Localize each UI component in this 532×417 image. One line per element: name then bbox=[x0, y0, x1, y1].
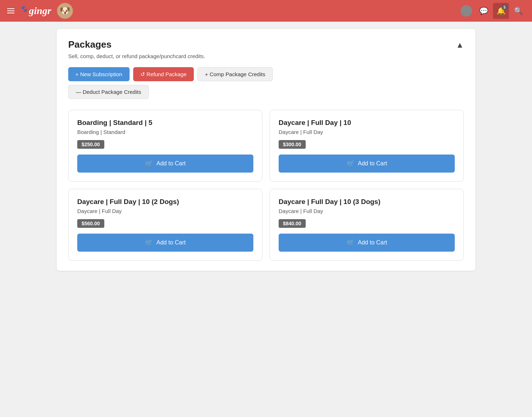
notification-badge: 5 bbox=[502, 4, 507, 10]
cart-icon: 🛒 bbox=[145, 239, 153, 247]
add-to-cart-button[interactable]: 🛒 Add to Cart bbox=[77, 234, 253, 252]
packages-subtitle: Sell, comp, deduct, or refund package/pu… bbox=[68, 53, 205, 59]
app-header: 🐾 gingr 🐶 💬 🔔 5 🔍 bbox=[0, 0, 532, 22]
deduct-credits-button[interactable]: — Deduct Package Credits bbox=[68, 85, 149, 99]
action-buttons-row2: — Deduct Package Credits bbox=[68, 85, 464, 99]
package-type: Daycare | Full Day bbox=[77, 208, 253, 214]
price-badge: $840.00 bbox=[279, 219, 306, 228]
cart-icon: 🛒 bbox=[346, 239, 354, 247]
chat-icon: 💬 bbox=[479, 6, 488, 15]
package-name: Daycare | Full Day | 10 (3 Dogs) bbox=[279, 198, 455, 206]
package-card: Daycare | Full Day | 10 Daycare | Full D… bbox=[270, 110, 464, 182]
add-to-cart-button[interactable]: 🛒 Add to Cart bbox=[279, 155, 455, 173]
package-card: Daycare | Full Day | 10 (3 Dogs) Daycare… bbox=[270, 189, 464, 261]
user-circle bbox=[461, 5, 472, 17]
package-name: Daycare | Full Day | 10 (2 Dogs) bbox=[77, 198, 253, 206]
packages-grid: Boarding | Standard | 5 Boarding | Stand… bbox=[68, 110, 464, 261]
dog-emoji: 🐶 bbox=[60, 6, 70, 16]
collapse-button[interactable]: ▲ bbox=[456, 40, 464, 50]
packages-card: Packages Sell, comp, deduct, or refund p… bbox=[57, 29, 475, 271]
chat-button[interactable]: 💬 bbox=[476, 3, 492, 19]
package-name: Daycare | Full Day | 10 bbox=[279, 119, 455, 127]
cart-icon: 🛒 bbox=[346, 160, 354, 168]
app-logo: 🐾 gingr bbox=[20, 5, 51, 17]
package-type: Daycare | Full Day bbox=[279, 129, 455, 135]
package-name: Boarding | Standard | 5 bbox=[77, 119, 253, 127]
logo-text: gingr bbox=[29, 5, 51, 17]
add-to-cart-label: Add to Cart bbox=[157, 239, 186, 246]
new-subscription-button[interactable]: + New Subscription bbox=[68, 67, 130, 81]
price-badge: $250.00 bbox=[77, 140, 104, 149]
main-content: Packages Sell, comp, deduct, or refund p… bbox=[49, 22, 483, 278]
package-card: Boarding | Standard | 5 Boarding | Stand… bbox=[68, 110, 262, 182]
packages-header: Packages Sell, comp, deduct, or refund p… bbox=[68, 39, 464, 67]
add-to-cart-label: Add to Cart bbox=[358, 239, 387, 246]
refund-package-button[interactable]: ↺ Refund Package bbox=[133, 67, 194, 81]
package-type: Boarding | Standard bbox=[77, 129, 253, 135]
price-badge: $560.00 bbox=[77, 219, 104, 228]
search-button[interactable]: 🔍 bbox=[510, 3, 526, 19]
header-icons: 💬 🔔 5 🔍 bbox=[458, 3, 526, 19]
add-to-cart-label: Add to Cart bbox=[358, 160, 387, 167]
user-avatar-button[interactable] bbox=[458, 3, 474, 19]
package-type: Daycare | Full Day bbox=[279, 208, 455, 214]
action-buttons-row1: + New Subscription ↺ Refund Package + Co… bbox=[68, 67, 464, 81]
paw-icon: 🐾 bbox=[20, 5, 27, 12]
price-badge: $300.00 bbox=[279, 140, 306, 149]
add-to-cart-button[interactable]: 🛒 Add to Cart bbox=[77, 155, 253, 173]
packages-title: Packages bbox=[68, 39, 205, 50]
add-to-cart-button[interactable]: 🛒 Add to Cart bbox=[279, 234, 455, 252]
dog-avatar: 🐶 bbox=[57, 3, 73, 19]
cart-icon: 🛒 bbox=[145, 160, 153, 168]
packages-title-section: Packages Sell, comp, deduct, or refund p… bbox=[68, 39, 205, 67]
search-icon: 🔍 bbox=[514, 6, 523, 15]
package-card: Daycare | Full Day | 10 (2 Dogs) Daycare… bbox=[68, 189, 262, 261]
comp-credits-button[interactable]: + Comp Package Credits bbox=[197, 67, 273, 81]
add-to-cart-label: Add to Cart bbox=[157, 160, 186, 167]
menu-icon[interactable] bbox=[6, 7, 16, 15]
notifications-button[interactable]: 🔔 5 bbox=[493, 3, 509, 19]
